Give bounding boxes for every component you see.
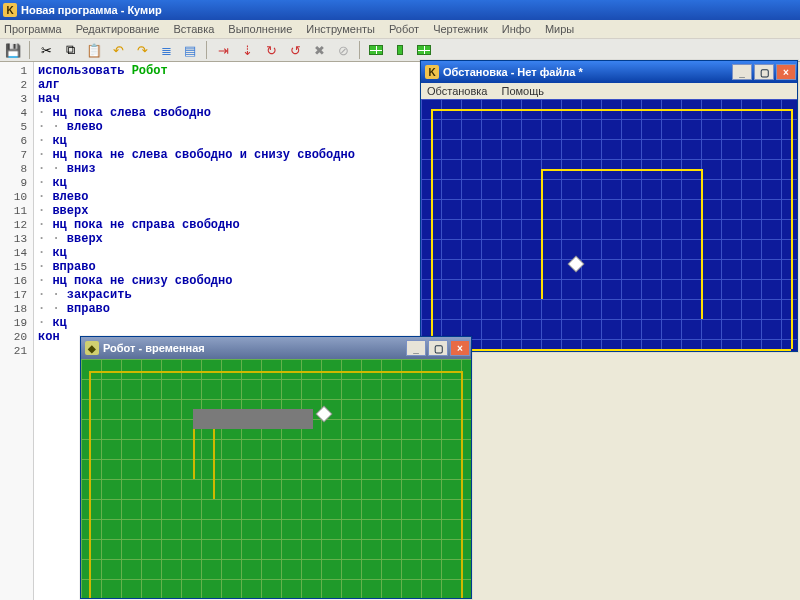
robot-window-icon: ◆	[85, 341, 99, 355]
painted-cell	[253, 409, 273, 429]
cut-icon: ✂	[41, 43, 52, 58]
menubar: ПрограммаРедактированиеВставкаВыполнение…	[0, 20, 800, 38]
step-over-button[interactable]: ↺	[284, 40, 306, 60]
step-in-icon: ↻	[266, 43, 277, 58]
code-line[interactable]: · нц пока слева свободно	[38, 106, 355, 120]
menu-миры[interactable]: Миры	[545, 23, 574, 35]
wall	[541, 169, 701, 171]
run-button[interactable]: ⇥	[212, 40, 234, 60]
grid3-icon	[417, 45, 431, 55]
code-line[interactable]: нач	[38, 92, 355, 106]
code-line[interactable]: · кц	[38, 176, 355, 190]
painted-cell	[233, 409, 253, 429]
app-title: Новая программа - Кумир	[21, 4, 162, 16]
robot-icon	[317, 407, 331, 421]
cut-button[interactable]: ✂	[35, 40, 57, 60]
code-line[interactable]: алг	[38, 78, 355, 92]
wall	[431, 109, 791, 111]
undo-icon: ↶	[113, 43, 124, 58]
menu-инфо[interactable]: Инфо	[502, 23, 531, 35]
robot-window[interactable]: ◆ Робот - временная _ ▢ ×	[80, 336, 472, 599]
wall	[89, 371, 91, 598]
painted-cell	[193, 409, 213, 429]
copy-button[interactable]: ⧉	[59, 40, 81, 60]
wall	[791, 109, 793, 349]
toolbar-sep	[29, 41, 30, 59]
setup-menu-помощь[interactable]: Помощь	[501, 85, 544, 97]
code-line[interactable]: · нц пока не снизу свободно	[38, 274, 355, 288]
close-button[interactable]: ×	[450, 340, 470, 356]
minimize-button[interactable]: _	[406, 340, 426, 356]
redo-icon: ↷	[137, 43, 148, 58]
grid2-icon	[397, 45, 403, 55]
maximize-button[interactable]: ▢	[428, 340, 448, 356]
code-line[interactable]: · вверх	[38, 204, 355, 218]
minimize-button[interactable]: _	[732, 64, 752, 80]
code-line[interactable]: · · вниз	[38, 162, 355, 176]
close-button[interactable]: ×	[776, 64, 796, 80]
toolbar: 💾 ✂ ⧉ 📋 ↶ ↷ ≣ ▤ ⇥ ⇣ ↻ ↺ ✖ ⊘	[0, 38, 800, 62]
world-rect-button[interactable]	[389, 40, 411, 60]
undo-button[interactable]: ↶	[107, 40, 129, 60]
code-area[interactable]: использовать Роботалгнач· нц пока слева …	[38, 64, 355, 358]
wall	[431, 349, 791, 351]
code-line[interactable]: · · вверх	[38, 232, 355, 246]
step-button[interactable]: ⇣	[236, 40, 258, 60]
code-line[interactable]: · нц пока не справа свободно	[38, 218, 355, 232]
wall	[431, 109, 433, 349]
app-icon: K	[3, 3, 17, 17]
menu-выполнение[interactable]: Выполнение	[228, 23, 292, 35]
code-line[interactable]: · · закрасить	[38, 288, 355, 302]
step-in-button[interactable]: ↻	[260, 40, 282, 60]
world-split-button[interactable]	[413, 40, 435, 60]
world-grid-button[interactable]	[365, 40, 387, 60]
list-icon: ≣	[161, 43, 172, 58]
toolbar-sep	[206, 41, 207, 59]
wall	[701, 169, 703, 319]
stop2-button[interactable]: ⊘	[332, 40, 354, 60]
props-button[interactable]: ▤	[179, 40, 201, 60]
redo-button[interactable]: ↷	[131, 40, 153, 60]
line-gutter: 123456789101112131415161718192021	[0, 62, 34, 600]
code-line[interactable]: · влево	[38, 190, 355, 204]
code-line[interactable]: · · вправо	[38, 302, 355, 316]
setup-grid[interactable]	[421, 99, 797, 351]
painted-cell	[273, 409, 293, 429]
code-line[interactable]: · нц пока не слева свободно и снизу своб…	[38, 148, 355, 162]
menu-чертежник[interactable]: Чертежник	[433, 23, 488, 35]
menu-вставка[interactable]: Вставка	[173, 23, 214, 35]
menu-редактирование[interactable]: Редактирование	[76, 23, 160, 35]
wall	[213, 429, 215, 499]
run-icon: ⇥	[218, 43, 229, 58]
toolbar-sep	[359, 41, 360, 59]
robot-grid[interactable]	[81, 359, 471, 598]
props-icon: ▤	[184, 43, 196, 58]
save-icon: 💾	[5, 43, 21, 58]
stop-button[interactable]: ✖	[308, 40, 330, 60]
code-line[interactable]: · кц	[38, 316, 355, 330]
code-line[interactable]: использовать Робот	[38, 64, 355, 78]
code-line[interactable]: · кц	[38, 134, 355, 148]
setup-titlebar[interactable]: K Обстановка - Нет файла * _ ▢ ×	[421, 61, 797, 83]
menu-инструменты[interactable]: Инструменты	[306, 23, 375, 35]
list-button[interactable]: ≣	[155, 40, 177, 60]
wall	[89, 371, 461, 373]
app-titlebar: K Новая программа - Кумир	[0, 0, 800, 20]
save-button[interactable]: 💾	[2, 40, 24, 60]
code-line[interactable]: · · влево	[38, 120, 355, 134]
paste-button[interactable]: 📋	[83, 40, 105, 60]
setup-menubar: ОбстановкаПомощь	[421, 83, 797, 99]
maximize-button[interactable]: ▢	[754, 64, 774, 80]
menu-робот[interactable]: Робот	[389, 23, 419, 35]
code-line[interactable]: · кц	[38, 246, 355, 260]
setup-menu-обстановка[interactable]: Обстановка	[427, 85, 487, 97]
step-icon: ⇣	[242, 43, 253, 58]
wall	[461, 371, 463, 598]
menu-программа[interactable]: Программа	[4, 23, 62, 35]
robot-titlebar[interactable]: ◆ Робот - временная _ ▢ ×	[81, 337, 471, 359]
robot-title: Робот - временная	[103, 342, 205, 354]
code-line[interactable]: · вправо	[38, 260, 355, 274]
grid-icon	[369, 45, 383, 55]
setup-window[interactable]: K Обстановка - Нет файла * _ ▢ × Обстано…	[420, 60, 798, 352]
paste-icon: 📋	[86, 43, 102, 58]
